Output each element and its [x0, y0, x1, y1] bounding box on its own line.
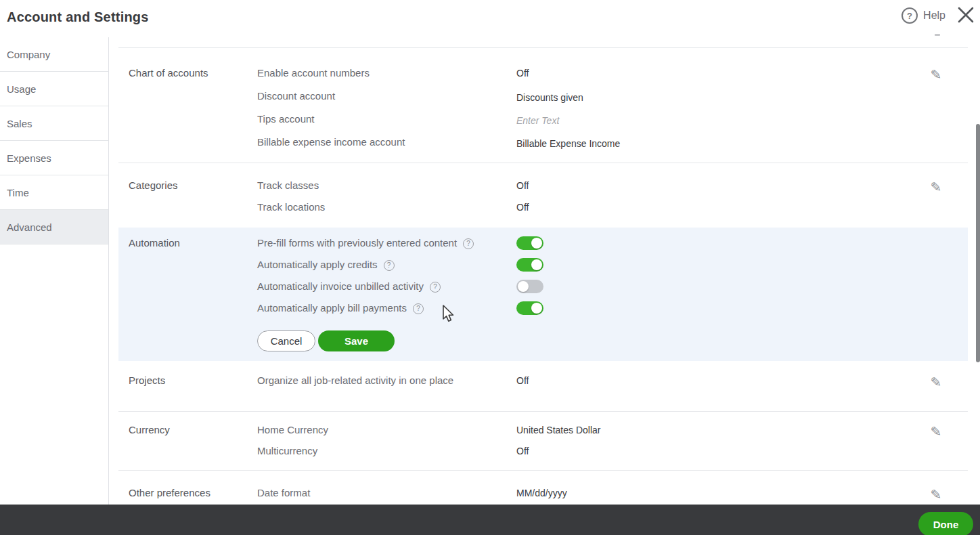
edit-pencil-icon[interactable]: ✎	[931, 67, 942, 83]
setting-label-text: Automatically apply bill payments	[257, 302, 407, 314]
toggle-apply-credits[interactable]	[516, 258, 543, 272]
section-other-preferences: Other preferences Date format MM/dd/yyyy…	[118, 470, 968, 505]
setting-value: United States Dollar	[516, 423, 601, 437]
setting-label: Track classes	[257, 179, 319, 192]
settings-content: Chart of accounts Enable account numbers…	[118, 37, 968, 505]
help-circle-icon[interactable]: ?	[413, 303, 424, 314]
setting-label: Pre-fill forms with previously entered c…	[257, 236, 474, 250]
setting-label-text: Automatically invoice unbilled activity	[257, 280, 424, 292]
help-circle-icon[interactable]: ?	[463, 238, 474, 249]
edit-pencil-icon[interactable]: ✎	[931, 374, 942, 390]
footer-bar: Done	[0, 505, 980, 535]
setting-value: Off	[516, 66, 529, 80]
setting-label: Track locations	[257, 200, 325, 214]
help-circle-icon: ?	[901, 7, 918, 24]
sidebar-item-label: Usage	[7, 83, 36, 95]
toggle-knob	[518, 281, 529, 292]
setting-value: Off	[516, 374, 529, 387]
cancel-button[interactable]: Cancel	[257, 330, 315, 351]
dialog-header: Account and Settings ? Help	[0, 0, 980, 37]
page-title: Account and Settings	[7, 9, 149, 25]
setting-label: Automatically invoice unbilled activity?	[257, 280, 441, 293]
sidebar-item-label: Time	[7, 187, 29, 198]
setting-value: Billable Expense Income	[516, 137, 620, 150]
setting-label: Tips account	[257, 112, 315, 126]
section-projects: Projects Organize all job-related activi…	[118, 361, 968, 411]
toggle-apply-bill-payments[interactable]	[516, 301, 543, 315]
toggle-knob	[531, 238, 542, 249]
setting-value: Off	[516, 179, 529, 192]
setting-label: Automatically apply credits?	[257, 258, 395, 272]
toggle-invoice-unbilled[interactable]	[516, 280, 543, 293]
setting-value: Off	[516, 444, 529, 458]
save-button[interactable]: Save	[318, 330, 395, 351]
setting-label-text: Pre-fill forms with previously entered c…	[257, 237, 457, 249]
edit-pencil-icon[interactable]: ✎	[931, 487, 942, 502]
close-icon[interactable]	[956, 5, 975, 24]
sidebar-item-label: Expenses	[7, 152, 51, 164]
help-label: Help	[923, 9, 945, 22]
setting-label: Date format	[257, 486, 310, 500]
help-button[interactable]: ? Help	[901, 7, 945, 24]
edit-pencil-icon[interactable]: ✎	[931, 179, 942, 195]
setting-label: Multicurrency	[257, 444, 317, 458]
help-circle-icon[interactable]: ?	[430, 282, 441, 293]
edit-pencil-icon[interactable]: ✎	[931, 424, 942, 440]
sidebar-item-expenses[interactable]: Expenses	[0, 141, 108, 175]
sidebar-item-company[interactable]: Company	[0, 37, 108, 72]
setting-value: Off	[516, 200, 529, 214]
section-currency: Currency Home Currency United States Dol…	[118, 411, 968, 471]
toggle-knob	[531, 303, 542, 314]
setting-label-text: Automatically apply credits	[257, 259, 378, 270]
sidebar-item-usage[interactable]: Usage	[0, 72, 108, 106]
toggle-knob	[531, 259, 542, 270]
help-circle-icon[interactable]: ?	[384, 260, 395, 271]
sidebar-item-label: Sales	[7, 118, 32, 129]
setting-label: Organize all job-related activity in one…	[257, 374, 453, 387]
setting-value: Discounts given	[516, 91, 583, 104]
setting-label: Billable expense income account	[257, 135, 405, 149]
sidebar-item-sales[interactable]: Sales	[0, 106, 108, 141]
sidebar-item-advanced[interactable]: Advanced	[0, 210, 108, 244]
vertical-scrollbar-thumb[interactable]	[976, 124, 980, 362]
setting-label: Automatically apply bill payments?	[257, 301, 424, 315]
settings-sidebar: Company Usage Sales Expenses Time Advanc…	[0, 37, 109, 505]
sidebar-item-time[interactable]: Time	[0, 175, 108, 210]
setting-value-placeholder: Enter Text	[516, 114, 559, 127]
section-chart-of-accounts: Chart of accounts Enable account numbers…	[118, 47, 968, 163]
setting-label: Discount account	[257, 89, 335, 103]
setting-label: Enable account numbers	[257, 66, 370, 80]
sidebar-item-label: Advanced	[7, 221, 52, 233]
section-categories: Categories Track classes Off Track locat…	[118, 163, 968, 228]
sidebar-item-label: Company	[7, 49, 50, 60]
toggle-prefill-forms[interactable]	[516, 236, 543, 250]
section-automation-editing: Automation Pre-fill forms with previousl…	[118, 228, 968, 361]
setting-label: Home Currency	[257, 423, 328, 437]
setting-value: MM/dd/yyyy	[516, 486, 567, 500]
partial-edit-icon	[935, 34, 940, 36]
done-button[interactable]: Done	[918, 512, 973, 535]
